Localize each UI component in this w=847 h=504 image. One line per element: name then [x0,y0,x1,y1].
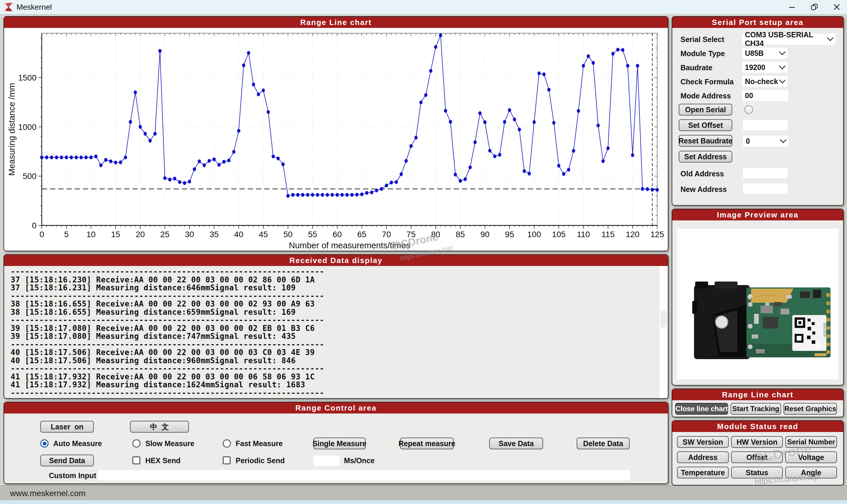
minimize-icon [788,3,796,11]
periodic-send-checkbox[interactable] [223,456,231,464]
hex-send-label: HEX Send [145,456,180,465]
series-line [42,35,657,196]
delete-data-button[interactable]: Delete Data [577,437,629,449]
restore-icon [811,3,818,11]
title-bar: Meskernel [0,0,847,14]
ms-per-once-input[interactable] [313,455,340,466]
svg-text:0: 0 [39,230,44,239]
fast-measure-radio[interactable] [223,439,231,448]
language-toggle-button[interactable]: 中 文 [130,421,189,433]
meskernel-window: Meskernel Range Line chart 0510152025303… [0,0,847,504]
minimize-button[interactable] [782,0,802,14]
svg-text:40: 40 [234,230,243,239]
set-offset-button[interactable]: Set Offset [679,119,732,131]
svg-text:50: 50 [283,230,292,239]
svg-text:80: 80 [431,230,440,239]
control-panel-title: Range Control area [295,403,377,413]
open-serial-button[interactable]: Open Serial [679,104,732,115]
fast-measure-label: Fast Measure [236,439,283,448]
periodic-send-label: Periodic Send [236,456,285,465]
angle-button[interactable]: Angle [785,467,837,479]
range-line-chart-panel: Range Line chart 05101520253035404550556… [3,16,669,251]
offset-input[interactable] [743,120,788,130]
log-line: 39 [15:18:17.080] Measuring distance:747… [11,332,659,341]
log-line: 37 [15:18:16.231] Measuring distance:646… [11,284,659,292]
sensor-module-image: 00050F [677,229,839,379]
log-scrollbar[interactable] [660,266,668,399]
svg-text:20: 20 [136,230,145,239]
svg-text:75: 75 [407,230,416,239]
svg-text:60: 60 [333,230,342,239]
start-tracking-button[interactable]: Start Tracking [730,403,781,415]
auto-measure-label: Auto Measure [53,439,102,448]
mode-address-label: Mode Address [680,92,731,100]
save-data-button[interactable]: Save Data [489,437,543,449]
baudrate-dropdown[interactable]: 19200 [742,62,788,73]
status-bar-url: www.meskernel.com [10,489,86,498]
old-address-input[interactable] [743,168,788,178]
image-preview-panel: Image Preview area [672,209,844,385]
reset-graphics-button[interactable]: Reset Graphics [783,403,837,415]
svg-text:15: 15 [111,230,120,239]
image-panel-header: Image Preview area [672,209,843,220]
new-address-input[interactable] [743,183,788,194]
chevron-down-icon [827,34,834,41]
offset-button[interactable]: Offset [731,451,783,463]
chevron-down-icon [780,137,787,143]
status-bar: www.meskernel.com [0,485,847,501]
status-button[interactable]: Status [731,467,783,479]
reset-baudrate-dropdown[interactable]: 0 [743,136,789,147]
laser-on-button[interactable]: Laser on [40,421,94,433]
set-address-button[interactable]: Set Address [679,151,732,163]
app-logo-icon [3,2,14,12]
svg-text:10: 10 [86,230,96,239]
single-measure-button[interactable]: Single Measure [313,437,366,449]
received-panel-header: Received Data display [4,255,668,266]
old-address-label: Old Address [680,169,724,178]
svg-text:1500: 1500 [18,73,36,82]
close-line-chart-button[interactable]: Close line chart [675,403,728,415]
x-axis-label: Number of measurements/times [289,241,410,250]
svg-text:90: 90 [480,230,489,239]
custom-input-label: Custom Input [49,471,96,480]
close-button[interactable] [826,0,847,14]
bottom-strip [0,500,847,504]
received-data-log[interactable]: ----------------------------------------… [4,266,659,399]
log-line: 40 [15:18:17.506] Receive:AA 00 00 22 00… [11,348,659,357]
mode-address-input[interactable] [742,90,789,101]
log-line: 38 [15:18:16.655] Measuring distance:659… [11,308,659,317]
restore-button[interactable] [804,0,825,14]
range-line-chart: 0510152025303540455055606570758085909510… [4,28,668,251]
log-separator: ----------------------------------------… [11,389,659,397]
svg-text:95: 95 [505,230,514,239]
slow-measure-radio[interactable] [133,439,141,448]
data-points [40,34,659,198]
repeat-measure-button[interactable]: Repeat measure [400,437,454,449]
log-scrollbar-thumb[interactable] [660,310,667,328]
baudrate-label: Baudrate [680,64,712,72]
module-status-title: Module Status read [717,422,798,431]
hex-send-checkbox[interactable] [133,456,140,464]
serial-select-dropdown[interactable]: COM3 USB-SERIAL CH34 [742,34,835,45]
svg-text:5: 5 [64,230,69,239]
check-formula-label: Check Formula [680,77,734,86]
auto-measure-radio[interactable] [40,439,49,448]
serial-number-button[interactable]: Serial Number [785,436,837,448]
check-formula-dropdown[interactable]: No-check [742,76,788,87]
voltage-button[interactable]: Voltage [785,451,837,463]
address-button[interactable]: Address [677,451,729,463]
svg-text:25: 25 [160,230,170,239]
sw-version-button[interactable]: SW Version [677,436,729,448]
module-type-dropdown[interactable]: U85B [742,48,788,59]
hw-version-button[interactable]: HW Version [731,436,783,448]
preview-image-frame: 00050F [677,229,839,379]
chevron-down-icon [779,49,786,55]
new-address-label: New Address [680,185,727,194]
log-line: 41 [15:18:17.932] Measuring distance:162… [11,381,659,389]
log-separator: ----------------------------------------… [11,268,659,276]
svg-text:85: 85 [456,230,465,239]
custom-input-field[interactable] [98,470,630,481]
reset-baudrate-button[interactable]: Reset Baudrate [679,135,732,147]
temperature-button[interactable]: Temperature [677,467,729,479]
send-data-button[interactable]: Send Data [40,455,94,466]
